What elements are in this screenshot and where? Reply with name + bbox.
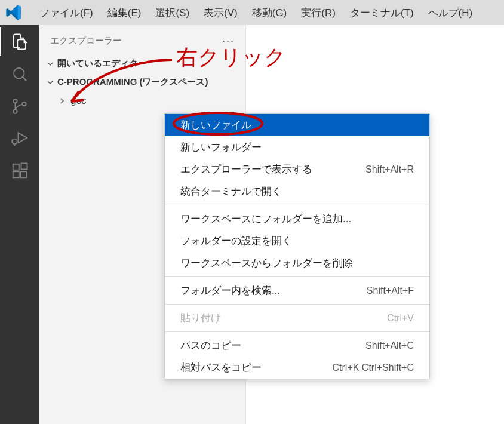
- menu-view[interactable]: 表示(V): [198, 4, 244, 22]
- context-menu-item-label: エクスプローラーで表示する: [180, 162, 312, 176]
- source-control-icon[interactable]: [9, 96, 30, 117]
- context-menu-item-label: パスのコピー: [180, 339, 241, 352]
- context-menu-item-label: 新しいフォルダー: [180, 140, 262, 154]
- context-menu-shortcut: Ctrl+V: [387, 313, 414, 324]
- menu-edit[interactable]: 編集(E): [102, 4, 147, 22]
- svg-point-5: [12, 139, 17, 145]
- menu-selection[interactable]: 選択(S): [149, 4, 195, 22]
- context-menu-divider: [165, 276, 429, 277]
- menu-bar: ファイル(F) 編集(E) 選択(S) 表示(V) 移動(G) 実行(R) ター…: [33, 4, 478, 22]
- run-debug-icon[interactable]: [9, 128, 30, 149]
- svg-line-6: [12, 140, 13, 140]
- svg-rect-12: [21, 164, 27, 170]
- svg-line-1: [23, 77, 26, 81]
- context-menu: 新しいファイル新しいフォルダーエクスプローラーで表示するShift+Alt+R統…: [164, 113, 430, 379]
- vscode-icon: [5, 4, 21, 21]
- context-menu-item-label: ワークスペースからフォルダーを削除: [180, 256, 353, 270]
- svg-rect-9: [13, 164, 19, 170]
- context-menu-divider: [165, 205, 429, 205]
- menu-help[interactable]: ヘルプ(H): [422, 4, 479, 22]
- context-menu-item[interactable]: パスのコピーShift+Alt+C: [165, 334, 429, 357]
- menu-file[interactable]: ファイル(F): [33, 4, 99, 22]
- titlebar: ファイル(F) 編集(E) 選択(S) 表示(V) 移動(G) 実行(R) ター…: [0, 0, 504, 25]
- context-menu-divider: [165, 331, 429, 332]
- context-menu-item-label: 統合ターミナルで開く: [180, 185, 282, 198]
- annotation-arrow: [66, 57, 179, 110]
- context-menu-item-label: フォルダー内を検索...: [180, 284, 280, 297]
- menu-go[interactable]: 移動(G): [246, 4, 293, 22]
- context-menu-item[interactable]: エクスプローラーで表示するShift+Alt+R: [165, 158, 429, 180]
- context-menu-item[interactable]: 統合ターミナルで開く: [165, 180, 429, 202]
- context-menu-shortcut: Ctrl+K Ctrl+Shift+C: [333, 362, 414, 373]
- context-menu-item[interactable]: 新しいフォルダー: [165, 136, 429, 158]
- chevron-down-icon: [45, 59, 55, 69]
- extensions-icon[interactable]: [9, 160, 30, 182]
- context-menu-shortcut: Shift+Alt+C: [365, 340, 414, 351]
- context-menu-item[interactable]: フォルダー内を検索...Shift+Alt+F: [165, 279, 429, 302]
- context-menu-item[interactable]: ワークスペースからフォルダーを削除: [165, 252, 429, 274]
- chevron-down-icon: [45, 78, 55, 87]
- context-menu-item-label: 貼り付け: [180, 311, 221, 325]
- context-menu-divider: [165, 304, 429, 305]
- svg-rect-10: [13, 171, 19, 177]
- context-menu-item[interactable]: フォルダーの設定を開く: [165, 230, 429, 252]
- search-icon[interactable]: [9, 63, 30, 85]
- svg-rect-11: [20, 171, 26, 177]
- svg-line-7: [12, 142, 13, 143]
- context-menu-item[interactable]: 相対パスをコピーCtrl+K Ctrl+Shift+C: [165, 357, 429, 379]
- context-menu-item[interactable]: ワークスペースにフォルダーを追加...: [165, 208, 429, 230]
- context-menu-item: 貼り付けCtrl+V: [165, 307, 429, 329]
- svg-point-0: [14, 68, 24, 79]
- context-menu-item-label: ワークスペースにフォルダーを追加...: [180, 212, 351, 226]
- sidebar-title: エクスプローラー: [50, 35, 122, 47]
- explorer-icon[interactable]: [9, 31, 30, 53]
- svg-point-2: [13, 99, 17, 103]
- activity-bar: [0, 25, 39, 424]
- menu-run[interactable]: 実行(R): [295, 4, 342, 22]
- menu-terminal[interactable]: ターミナル(T): [344, 4, 420, 22]
- svg-point-4: [22, 102, 26, 106]
- svg-point-3: [13, 110, 17, 113]
- annotation-circle: [170, 110, 266, 137]
- context-menu-shortcut: Shift+Alt+R: [365, 164, 414, 175]
- annotation-text: 右クリック: [176, 43, 286, 72]
- svg-point-13: [174, 113, 262, 134]
- context-menu-item-label: 相対パスをコピー: [180, 361, 262, 374]
- context-menu-shortcut: Shift+Alt+F: [367, 285, 414, 296]
- context-menu-item-label: フォルダーの設定を開く: [180, 234, 292, 248]
